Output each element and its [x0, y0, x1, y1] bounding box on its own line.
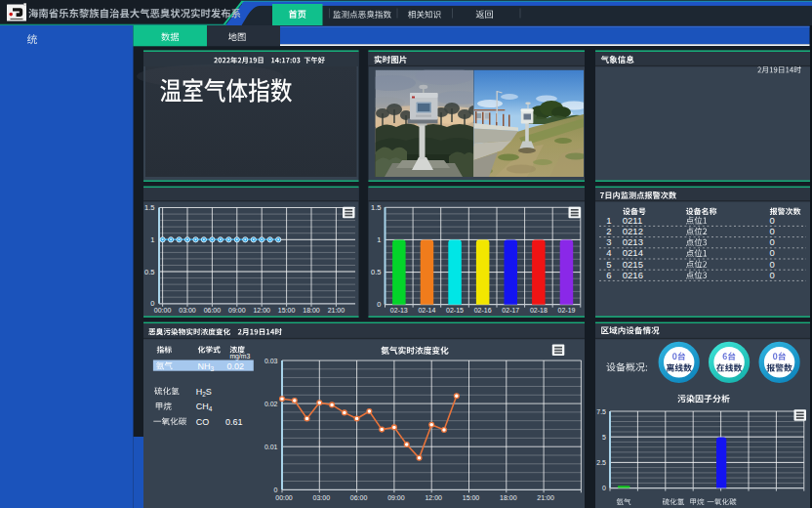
svg-text:1: 1 — [606, 215, 611, 226]
svg-text:0215: 0215 — [623, 259, 643, 270]
svg-text:0.5: 0.5 — [144, 268, 154, 276]
svg-text:5: 5 — [606, 259, 611, 270]
svg-text:18:00: 18:00 — [500, 494, 517, 501]
svg-text:18:00: 18:00 — [303, 307, 320, 314]
svg-text:0.02: 0.02 — [226, 361, 244, 371]
svg-text:6: 6 — [606, 270, 611, 280]
svg-text:5: 5 — [602, 434, 606, 441]
svg-text:02-18: 02-18 — [530, 307, 548, 314]
svg-text:0.61: 0.61 — [225, 417, 243, 427]
svg-text:2.5: 2.5 — [596, 459, 606, 466]
svg-text:1.5: 1.5 — [144, 203, 154, 212]
svg-text:15:00: 15:00 — [463, 494, 480, 501]
svg-text:7.5: 7.5 — [596, 408, 606, 415]
svg-text:0: 0 — [770, 226, 775, 236]
svg-text:CO: CO — [196, 417, 210, 427]
svg-text:00:00: 00:00 — [154, 307, 172, 314]
svg-text:0212: 0212 — [623, 226, 643, 236]
svg-text:mg/m3: mg/m3 — [229, 353, 250, 360]
svg-text:1: 1 — [377, 235, 381, 244]
svg-text:0.5: 0.5 — [371, 268, 381, 276]
svg-text:02-14: 02-14 — [418, 307, 435, 314]
svg-text:0214: 0214 — [623, 247, 643, 258]
svg-text:0.03: 0.03 — [264, 358, 278, 364]
svg-text:03:00: 03:00 — [179, 307, 196, 314]
svg-text:15:00: 15:00 — [278, 307, 296, 314]
svg-text:0: 0 — [274, 487, 278, 493]
svg-text:0: 0 — [770, 215, 775, 226]
svg-text:0.02: 0.02 — [264, 401, 278, 407]
svg-text:03:00: 03:00 — [313, 494, 331, 501]
svg-text:0: 0 — [602, 485, 606, 491]
svg-text:12:00: 12:00 — [425, 494, 442, 501]
svg-text:02-19: 02-19 — [558, 307, 576, 314]
svg-text:12:00: 12:00 — [253, 307, 270, 314]
svg-text:21:00: 21:00 — [328, 307, 345, 314]
svg-text:06:00: 06:00 — [350, 494, 368, 501]
svg-text:0: 0 — [770, 259, 775, 270]
svg-text:0211: 0211 — [623, 215, 642, 226]
svg-text:4: 4 — [606, 247, 611, 258]
svg-text:02-13: 02-13 — [390, 307, 408, 314]
svg-text:1: 1 — [150, 235, 154, 244]
svg-text:0.01: 0.01 — [264, 444, 278, 450]
svg-text:02-16: 02-16 — [474, 307, 492, 314]
svg-text:09:00: 09:00 — [228, 307, 246, 314]
svg-text:02-15: 02-15 — [446, 307, 464, 314]
svg-text:2: 2 — [606, 226, 611, 236]
svg-text:06:00: 06:00 — [204, 307, 222, 314]
svg-text:1.5: 1.5 — [371, 203, 381, 212]
svg-text:09:00: 09:00 — [387, 494, 405, 501]
svg-text:0213: 0213 — [623, 236, 643, 247]
svg-text:0: 0 — [770, 236, 775, 247]
svg-text:00:00: 00:00 — [275, 494, 293, 501]
svg-text:21:00: 21:00 — [537, 494, 554, 501]
svg-text:0216: 0216 — [623, 270, 643, 280]
svg-text:3: 3 — [606, 236, 611, 247]
svg-text:0: 0 — [770, 270, 775, 280]
svg-text:0: 0 — [770, 247, 775, 258]
svg-text:02-17: 02-17 — [502, 307, 519, 314]
svg-text:0: 0 — [377, 300, 381, 309]
